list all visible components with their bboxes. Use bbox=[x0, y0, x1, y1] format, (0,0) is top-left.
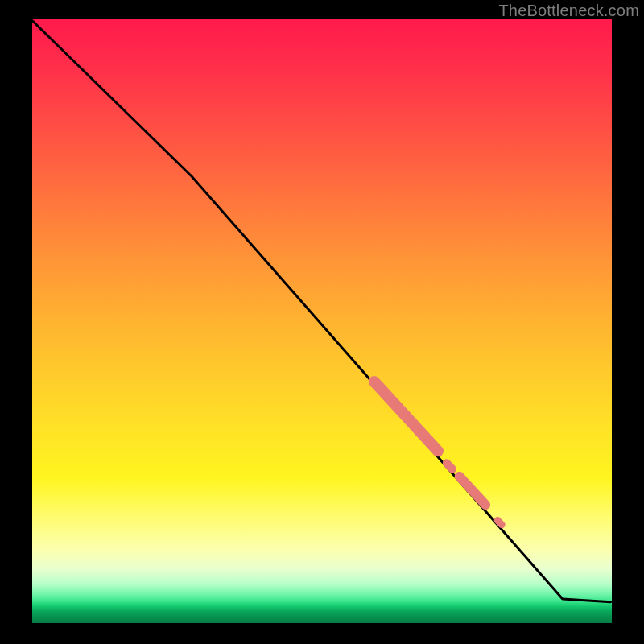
chart-stage: TheBottleneck.com bbox=[0, 0, 644, 644]
gradient-plot-area bbox=[32, 19, 612, 623]
watermark-text: TheBottleneck.com bbox=[498, 2, 639, 20]
